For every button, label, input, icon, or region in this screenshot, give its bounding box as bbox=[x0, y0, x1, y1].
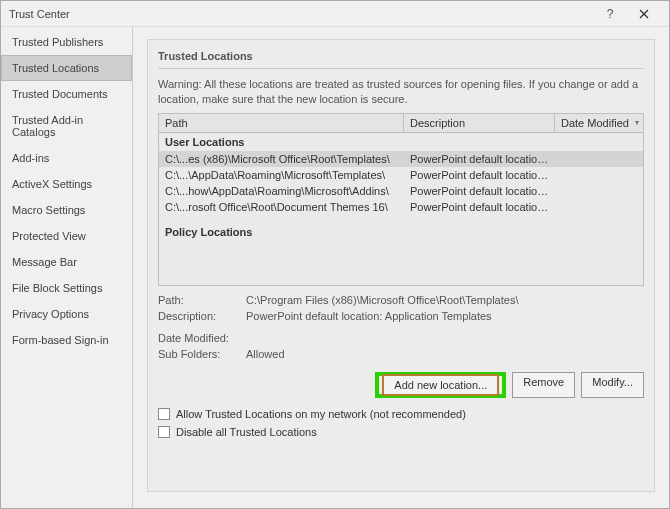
detail-description-value: PowerPoint default location: Application… bbox=[246, 310, 492, 322]
table-row[interactable]: C:\...how\AppData\Roaming\Microsoft\Addi… bbox=[159, 183, 643, 199]
cell-path: C:\...es (x86)\Microsoft Office\Root\Tem… bbox=[159, 151, 404, 167]
sidebar-item-trusted-documents[interactable]: Trusted Documents bbox=[1, 81, 132, 107]
sidebar-item-trusted-add-in-catalogs[interactable]: Trusted Add-in Catalogs bbox=[1, 107, 132, 145]
close-icon bbox=[639, 9, 649, 19]
trust-center-window: Trust Center ? Trusted PublishersTrusted… bbox=[0, 0, 670, 509]
chevron-down-icon: ▾ bbox=[635, 118, 639, 127]
group-user-locations: User Locations bbox=[159, 133, 643, 151]
cell-date bbox=[555, 183, 643, 199]
sidebar-item-protected-view[interactable]: Protected View bbox=[1, 223, 132, 249]
sidebar-item-activex-settings[interactable]: ActiveX Settings bbox=[1, 171, 132, 197]
detail-description-label: Description: bbox=[158, 310, 246, 322]
remove-button[interactable]: Remove bbox=[512, 372, 575, 398]
sidebar-item-file-block-settings[interactable]: File Block Settings bbox=[1, 275, 132, 301]
table-body: User LocationsC:\...es (x86)\Microsoft O… bbox=[159, 133, 643, 285]
table-header: Path Description Date Modified▾ bbox=[159, 114, 643, 133]
cell-path: C:\...rosoft Office\Root\Document Themes… bbox=[159, 199, 404, 215]
window-title: Trust Center bbox=[9, 8, 593, 20]
titlebar: Trust Center ? bbox=[1, 1, 669, 27]
warning-text: Warning: All these locations are treated… bbox=[158, 77, 644, 107]
cell-description: PowerPoint default location: Addins bbox=[404, 183, 555, 199]
sidebar-item-trusted-locations[interactable]: Trusted Locations bbox=[1, 55, 132, 81]
sidebar-item-macro-settings[interactable]: Macro Settings bbox=[1, 197, 132, 223]
main-panel: Trusted Locations Warning: All these loc… bbox=[133, 27, 669, 508]
col-date-modified-header[interactable]: Date Modified▾ bbox=[555, 114, 643, 132]
col-description-header[interactable]: Description bbox=[404, 114, 555, 132]
sidebar-item-trusted-publishers[interactable]: Trusted Publishers bbox=[1, 29, 132, 55]
close-button[interactable] bbox=[627, 1, 661, 26]
locations-table: Path Description Date Modified▾ User Loc… bbox=[158, 113, 644, 286]
sidebar: Trusted PublishersTrusted LocationsTrust… bbox=[1, 27, 133, 508]
detail-path-label: Path: bbox=[158, 294, 246, 306]
checkbox-icon bbox=[158, 426, 170, 438]
sidebar-item-privacy-options[interactable]: Privacy Options bbox=[1, 301, 132, 327]
cell-date bbox=[555, 151, 643, 167]
cell-path: C:\...how\AppData\Roaming\Microsoft\Addi… bbox=[159, 183, 404, 199]
detail-subfolders-label: Sub Folders: bbox=[158, 348, 246, 360]
detail-date-modified-label: Date Modified: bbox=[158, 332, 246, 344]
disable-all-label: Disable all Trusted Locations bbox=[176, 426, 317, 438]
section-title: Trusted Locations bbox=[158, 46, 644, 69]
cell-description: PowerPoint default location: Application… bbox=[404, 199, 555, 215]
checkbox-icon bbox=[158, 408, 170, 420]
col-path-header[interactable]: Path bbox=[159, 114, 404, 132]
table-row[interactable]: C:\...\AppData\Roaming\Microsoft\Templat… bbox=[159, 167, 643, 183]
table-row[interactable]: C:\...es (x86)\Microsoft Office\Root\Tem… bbox=[159, 151, 643, 167]
allow-network-label: Allow Trusted Locations on my network (n… bbox=[176, 408, 466, 420]
cell-date bbox=[555, 167, 643, 183]
detail-path-value: C:\Program Files (x86)\Microsoft Office\… bbox=[246, 294, 518, 306]
allow-network-checkbox-row[interactable]: Allow Trusted Locations on my network (n… bbox=[158, 408, 644, 420]
details-panel: Path:C:\Program Files (x86)\Microsoft Of… bbox=[158, 292, 644, 362]
sidebar-item-message-bar[interactable]: Message Bar bbox=[1, 249, 132, 275]
detail-subfolders-value: Allowed bbox=[246, 348, 285, 360]
sidebar-item-add-ins[interactable]: Add-ins bbox=[1, 145, 132, 171]
cell-description: PowerPoint default location: Templates bbox=[404, 167, 555, 183]
table-row[interactable]: C:\...rosoft Office\Root\Document Themes… bbox=[159, 199, 643, 215]
cell-path: C:\...\AppData\Roaming\Microsoft\Templat… bbox=[159, 167, 404, 183]
group-policy-locations: Policy Locations bbox=[159, 223, 643, 241]
add-new-location-button[interactable]: Add new location... bbox=[382, 374, 499, 396]
highlight-box: Add new location... bbox=[375, 372, 506, 398]
help-button[interactable]: ? bbox=[593, 1, 627, 26]
cell-description: PowerPoint default location: Application… bbox=[404, 151, 555, 167]
cell-date bbox=[555, 199, 643, 215]
disable-all-checkbox-row[interactable]: Disable all Trusted Locations bbox=[158, 426, 644, 438]
sidebar-item-form-based-sign-in[interactable]: Form-based Sign-in bbox=[1, 327, 132, 353]
button-row: Add new location... Remove Modify... bbox=[158, 372, 644, 398]
modify-button[interactable]: Modify... bbox=[581, 372, 644, 398]
